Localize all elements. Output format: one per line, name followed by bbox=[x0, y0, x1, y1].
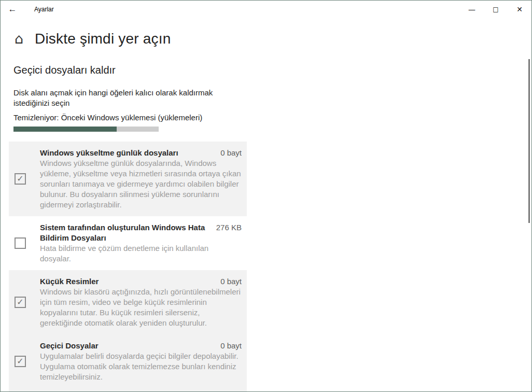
progress-fill bbox=[13, 127, 117, 132]
file-category-item: ✓ Geçici Dosyalar 0 bayt Uygulamalar bel… bbox=[9, 334, 247, 388]
file-category-item: ✓ Küçük Resimler 0 bayt Windows bir klas… bbox=[9, 270, 247, 334]
category-checkbox[interactable]: ✓ bbox=[15, 297, 26, 308]
category-text: Sistem tarafından oluşturulan Windows Ha… bbox=[40, 222, 242, 264]
category-title-row: Windows yükseltme günlük dosyaları 0 bay… bbox=[40, 148, 242, 158]
category-title: Küçük Resimler bbox=[40, 276, 99, 287]
minimize-button[interactable]: — bbox=[460, 1, 484, 18]
category-title-row: Sistem tarafından oluşturulan Windows Ha… bbox=[40, 222, 242, 243]
category-text: Geçici Dosyalar 0 bayt Uygulamalar belir… bbox=[40, 341, 242, 382]
vertical-scrollbar[interactable] bbox=[528, 59, 530, 223]
file-categories-list: ✓ Windows yükseltme günlük dosyaları 0 b… bbox=[9, 142, 247, 392]
home-icon[interactable]: ⌂ bbox=[15, 32, 28, 46]
category-description: Windows yükseltme günlük dosyalarında, W… bbox=[40, 158, 242, 210]
back-arrow-icon: ← bbox=[8, 4, 17, 15]
category-title: Geçici Dosyalar bbox=[40, 341, 99, 351]
section-heading: Geçici dosyaları kaldır bbox=[13, 64, 252, 76]
category-size: 276 KB bbox=[216, 222, 242, 233]
checkmark-icon: ✓ bbox=[17, 175, 23, 183]
page-header: ⌂ Diskte şimdi yer açın bbox=[15, 31, 531, 47]
back-button[interactable]: ← bbox=[1, 1, 24, 18]
category-description: Hata bildirme ve çözüm denetleme için ku… bbox=[40, 243, 242, 264]
close-icon: ✕ bbox=[516, 5, 523, 13]
category-checkbox[interactable]: ✓ bbox=[15, 173, 26, 185]
maximize-icon: □ bbox=[493, 6, 498, 13]
category-title-row: Küçük Resimler 0 bayt bbox=[40, 276, 242, 287]
close-button[interactable]: ✕ bbox=[508, 1, 531, 18]
category-description: Uygulamalar belirli dosyalarda geçici bi… bbox=[40, 351, 242, 382]
app-title: Ayarlar bbox=[34, 6, 54, 13]
file-category-item: ✓ Windows yükseltme günlük dosyaları 0 b… bbox=[9, 142, 247, 216]
checkbox-column: ✓ bbox=[9, 237, 40, 249]
checkmark-icon: ✓ bbox=[17, 298, 23, 306]
category-title: Windows yükseltme günlük dosyaları bbox=[40, 148, 178, 158]
category-size: 0 bayt bbox=[220, 341, 242, 351]
progress-label: Temizleniyor: Önceki Windows yüklemesi (… bbox=[13, 113, 252, 122]
checkbox-column: ✓ bbox=[9, 173, 40, 185]
minimize-icon: — bbox=[468, 5, 475, 13]
progress-bar bbox=[13, 127, 159, 132]
file-category-item: ✓ Geri Dönüşüm Kutusu 0 bayt Geri Dönüşü… bbox=[9, 388, 247, 392]
category-size: 0 bayt bbox=[220, 148, 242, 158]
category-title: Sistem tarafından oluşturulan Windows Ha… bbox=[40, 222, 210, 243]
titlebar: ← Ayarlar — □ ✕ bbox=[1, 1, 531, 18]
checkbox-column: ✓ bbox=[9, 356, 40, 367]
checkbox-column: ✓ bbox=[9, 297, 40, 308]
maximize-button[interactable]: □ bbox=[484, 1, 508, 18]
checkmark-icon: ✓ bbox=[17, 357, 23, 366]
main-content: Geçici dosyaları kaldır Disk alanı açmak… bbox=[13, 64, 252, 392]
file-category-item: ✓ Sistem tarafından oluşturulan Windows … bbox=[9, 216, 247, 270]
category-text: Windows yükseltme günlük dosyaları 0 bay… bbox=[40, 148, 242, 210]
category-checkbox[interactable]: ✓ bbox=[15, 356, 26, 367]
category-description: Windows bir klasörü açtığınızda, hızlı g… bbox=[40, 287, 242, 328]
category-size: 0 bayt bbox=[220, 276, 242, 287]
category-checkbox[interactable]: ✓ bbox=[15, 237, 26, 249]
category-text: Küçük Resimler 0 bayt Windows bir klasör… bbox=[40, 276, 242, 328]
intro-text: Disk alanı açmak için hangi öğeleri kalı… bbox=[13, 88, 218, 108]
category-title-row: Geçici Dosyalar 0 bayt bbox=[40, 341, 242, 351]
page-title: Diskte şimdi yer açın bbox=[35, 31, 171, 47]
